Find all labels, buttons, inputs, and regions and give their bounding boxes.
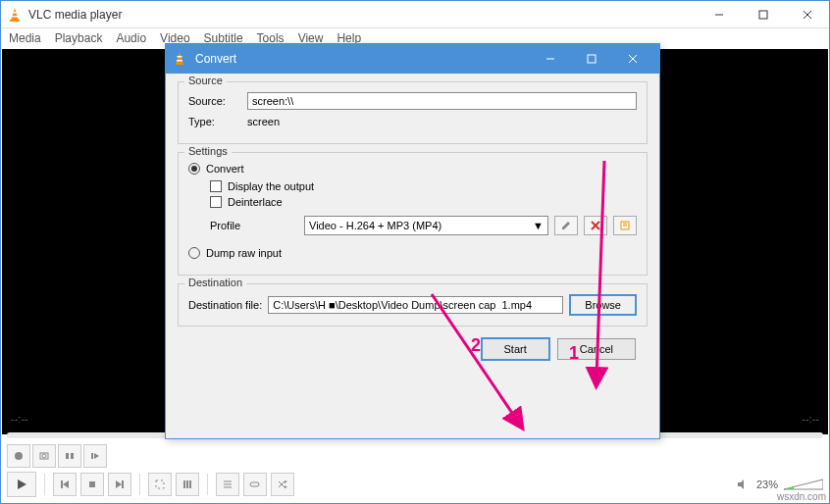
svg-rect-34 xyxy=(178,56,182,58)
loop-button[interactable] xyxy=(243,473,267,496)
settings-fieldset: Settings Convert Display the output Dein… xyxy=(178,152,648,276)
speaker-icon xyxy=(737,479,751,490)
svg-point-10 xyxy=(42,454,46,458)
display-output-checkbox[interactable]: Display the output xyxy=(210,180,637,192)
dump-radio-label: Dump raw input xyxy=(206,247,282,259)
frame-step-button[interactable] xyxy=(83,444,107,468)
svg-rect-35 xyxy=(177,60,182,62)
volume-percent: 23% xyxy=(756,479,778,490)
extra-toolbar xyxy=(7,444,107,468)
watermark: wsxdn.com xyxy=(777,491,826,502)
start-button[interactable]: Start xyxy=(482,338,549,360)
svg-rect-37 xyxy=(588,55,596,63)
svg-marker-28 xyxy=(285,480,287,483)
fullscreen-button[interactable] xyxy=(148,473,172,496)
destination-fieldset: Destination Destination file: Browse xyxy=(178,283,648,327)
svg-marker-19 xyxy=(116,480,122,488)
radio-unchecked-icon xyxy=(188,247,200,259)
svg-rect-13 xyxy=(91,453,93,459)
chevron-down-icon: ▼ xyxy=(533,220,544,231)
shuffle-button[interactable] xyxy=(271,473,294,496)
play-button[interactable] xyxy=(7,472,36,497)
annotation-number-2: 2 xyxy=(471,335,481,356)
profile-value: Video - H.264 + MP3 (MP4) xyxy=(309,220,441,231)
dialog-minimize-button[interactable] xyxy=(530,44,571,74)
svg-rect-1 xyxy=(13,12,18,14)
main-titlebar: VLC media player xyxy=(1,1,829,28)
deinterlace-label: Deinterlace xyxy=(228,196,283,208)
svg-marker-33 xyxy=(176,52,183,65)
dest-file-input[interactable] xyxy=(268,296,563,314)
source-fieldset: Source Source: Type: screen xyxy=(178,81,648,144)
next-button[interactable] xyxy=(108,473,131,496)
svg-rect-24 xyxy=(189,480,191,488)
destination-legend: Destination xyxy=(184,277,246,288)
svg-marker-14 xyxy=(94,453,99,459)
deinterlace-checkbox[interactable]: Deinterlace xyxy=(210,196,637,208)
snapshot-button[interactable] xyxy=(32,444,56,468)
volume-slider[interactable] xyxy=(784,478,823,491)
record-button[interactable] xyxy=(7,444,30,468)
profile-dropdown[interactable]: Video - H.264 + MP3 (MP4) ▼ xyxy=(304,216,548,235)
radio-checked-icon xyxy=(188,163,200,175)
main-maximize-button[interactable] xyxy=(741,1,785,28)
new-profile-button[interactable] xyxy=(613,216,637,235)
svg-rect-21 xyxy=(156,480,164,488)
delete-profile-button[interactable] xyxy=(584,216,607,235)
svg-marker-0 xyxy=(11,8,19,21)
ab-loop-button[interactable] xyxy=(58,444,81,468)
svg-marker-30 xyxy=(738,479,744,489)
svg-rect-18 xyxy=(89,481,95,487)
svg-rect-22 xyxy=(183,480,185,488)
svg-rect-5 xyxy=(759,11,767,19)
profile-label: Profile xyxy=(210,220,298,231)
checkbox-icon xyxy=(210,180,222,192)
svg-rect-3 xyxy=(10,20,20,22)
dialog-titlebar: Convert xyxy=(166,44,659,74)
svg-marker-32 xyxy=(784,487,794,490)
source-input[interactable] xyxy=(247,92,637,110)
main-toolbar: 23% xyxy=(7,472,823,497)
dialog-close-button[interactable] xyxy=(612,44,653,74)
ext-settings-button[interactable] xyxy=(176,473,199,496)
main-minimize-button[interactable] xyxy=(697,1,741,28)
edit-profile-button[interactable] xyxy=(554,216,578,235)
menu-playback[interactable]: Playback xyxy=(55,31,103,45)
volume-control[interactable]: 23% xyxy=(737,478,823,491)
svg-marker-29 xyxy=(285,485,287,488)
main-title: VLC media player xyxy=(28,8,697,22)
type-value: screen xyxy=(247,116,280,127)
main-close-button[interactable] xyxy=(785,1,829,28)
prev-button[interactable] xyxy=(53,473,77,496)
playlist-button[interactable] xyxy=(216,473,239,496)
convert-radio-label: Convert xyxy=(206,163,244,175)
vlc-cone-icon xyxy=(172,51,187,67)
stop-button[interactable] xyxy=(80,473,104,496)
menu-audio[interactable]: Audio xyxy=(116,31,146,45)
svg-point-8 xyxy=(15,452,23,460)
svg-rect-20 xyxy=(122,480,124,488)
svg-rect-17 xyxy=(61,480,63,488)
dialog-title: Convert xyxy=(195,52,530,66)
annotation-number-1: 1 xyxy=(569,343,579,364)
convert-radio[interactable]: Convert xyxy=(188,163,637,175)
display-output-label: Display the output xyxy=(228,180,314,192)
browse-button[interactable]: Browse xyxy=(569,294,637,316)
dest-file-label: Destination file: xyxy=(188,299,262,311)
time-remaining: --:-- xyxy=(802,413,819,425)
svg-marker-16 xyxy=(63,480,69,488)
type-label: Type: xyxy=(188,116,247,127)
dump-radio[interactable]: Dump raw input xyxy=(188,247,637,259)
source-label: Source: xyxy=(188,95,247,107)
convert-dialog: Convert Source Source: Type: screen Sett… xyxy=(165,43,660,439)
dialog-maximize-button[interactable] xyxy=(571,44,612,74)
svg-rect-23 xyxy=(186,480,188,488)
source-legend: Source xyxy=(184,75,227,86)
menu-media[interactable]: Media xyxy=(9,31,41,45)
time-elapsed: --:-- xyxy=(11,413,28,425)
svg-rect-2 xyxy=(12,16,18,18)
svg-marker-15 xyxy=(18,479,26,489)
vlc-cone-icon xyxy=(7,7,23,23)
svg-rect-12 xyxy=(71,453,74,459)
settings-legend: Settings xyxy=(184,145,232,157)
